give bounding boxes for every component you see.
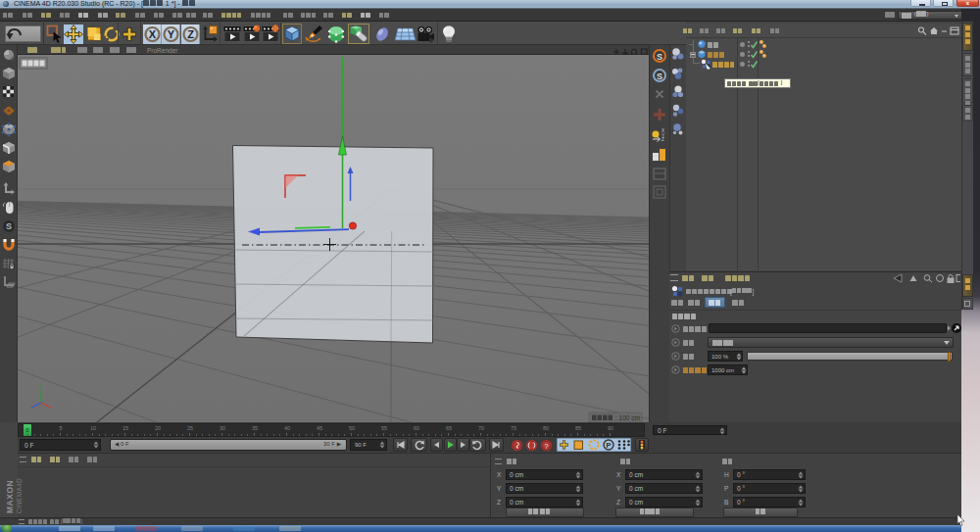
svg-text:S: S <box>6 221 12 231</box>
svg-text:Y: Y <box>168 28 175 40</box>
svg-text:X: X <box>149 28 157 40</box>
svg-text:?: ? <box>545 443 549 450</box>
svg-text:: 100 cm: : 100 cm <box>615 414 640 421</box>
svg-text:P: P <box>606 441 612 450</box>
svg-text:S: S <box>657 72 662 81</box>
svg-text:Y: Y <box>38 383 42 389</box>
svg-text:Z: Z <box>187 28 194 40</box>
svg-text:Z: Z <box>662 137 664 142</box>
svg-text:S: S <box>657 52 662 62</box>
